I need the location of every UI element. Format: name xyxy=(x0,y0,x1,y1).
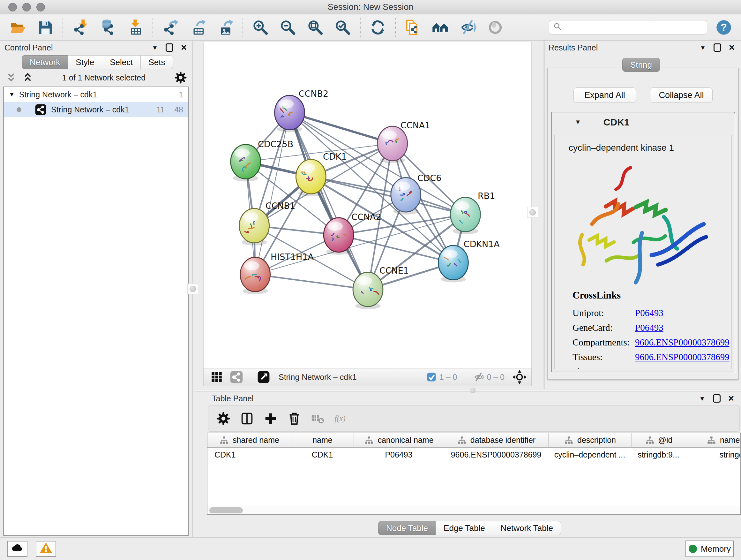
fit-selected-crosshair-icon[interactable] xyxy=(512,370,527,384)
control-panel-float-icon[interactable] xyxy=(165,44,173,52)
crosslink-link[interactable]: P06493 xyxy=(635,322,664,333)
zoom-out-icon[interactable] xyxy=(279,18,297,37)
entry-expander-icon[interactable]: ▼ xyxy=(575,118,581,126)
network-canvas[interactable]: CCNB2CCNA1CDC25BCDK1CDC6RB1CCNB1CCNA2CDK… xyxy=(203,42,532,368)
expand-all-button[interactable]: Expand All xyxy=(574,87,636,103)
collapse-all-button[interactable]: Collapse All xyxy=(650,87,713,103)
first-neighbors-icon[interactable] xyxy=(431,18,449,37)
network-node-RB1[interactable] xyxy=(450,197,480,234)
column-header-namespace[interactable]: namespace xyxy=(686,433,741,447)
zoom-fit-icon[interactable] xyxy=(307,18,324,37)
table-options-gear-icon[interactable] xyxy=(216,411,231,426)
toolbar-separator xyxy=(63,18,63,37)
table-row[interactable]: CDK1CDK1P064939606.ENSP00000378699cyclin… xyxy=(207,448,740,462)
network-selection-status: 1 of 1 Network selected xyxy=(38,73,170,82)
network-options-gear-icon[interactable] xyxy=(174,71,187,84)
column-header-database-identifier[interactable]: database identifier xyxy=(444,433,548,447)
network-tree-row-selected[interactable]: String Network – cdk1 11 48 xyxy=(4,102,188,117)
control-panel-close-icon[interactable]: × xyxy=(181,44,187,52)
crosslink-link[interactable]: P06493 xyxy=(635,308,664,318)
table-panel-collapse-icon[interactable]: ▼ xyxy=(699,395,705,401)
search-box[interactable] xyxy=(549,20,707,35)
results-panel-close-icon[interactable]: × xyxy=(729,44,735,52)
control-panel-collapse-icon[interactable]: ▼ xyxy=(152,45,158,51)
network-node-CCNB2[interactable] xyxy=(275,96,305,132)
network-node-CDC25B[interactable] xyxy=(231,144,261,181)
network-edge-HIST1H1A-CCNE1[interactable] xyxy=(255,274,368,290)
table-panel-float-icon[interactable] xyxy=(713,394,721,402)
save-icon[interactable] xyxy=(37,18,54,37)
column-header-canonical-name[interactable]: canonical name xyxy=(354,433,444,447)
birdseye-grid-icon[interactable] xyxy=(210,370,223,384)
tab-sets[interactable]: Sets xyxy=(140,55,173,69)
network-edge-CCNB2-CCNE1[interactable] xyxy=(289,113,368,290)
export-network-icon[interactable] xyxy=(161,18,179,37)
tab-network[interactable]: Network xyxy=(22,55,68,69)
zoom-in-icon[interactable] xyxy=(252,18,269,37)
network-graph[interactable]: CCNB2CCNA1CDC25BCDK1CDC6RB1CCNB1CCNA2CDK… xyxy=(204,42,531,368)
control-panel-tabs: NetworkStyleSelectSets xyxy=(22,55,192,69)
export-table-icon[interactable] xyxy=(189,18,207,37)
hidden-eye-icon[interactable] xyxy=(473,372,484,382)
gene-entry-header[interactable]: ▼ CDK1 xyxy=(552,112,734,132)
import-network-icon[interactable] xyxy=(71,18,89,37)
import-table-icon[interactable] xyxy=(126,18,144,37)
tab-network-table[interactable]: Network Table xyxy=(493,521,561,535)
open-icon[interactable] xyxy=(9,18,27,37)
network-node-HIST1H1A[interactable] xyxy=(240,257,270,294)
network-node-CDKN1A[interactable] xyxy=(439,246,468,283)
tab-edge-table[interactable]: Edge Table xyxy=(435,521,493,535)
refresh-icon[interactable] xyxy=(369,18,387,37)
add-column-icon[interactable] xyxy=(263,411,278,426)
hide-selection-icon[interactable] xyxy=(459,18,477,37)
selected-checkbox-icon[interactable] xyxy=(426,372,437,382)
node-label-CDC25B: CDC25B xyxy=(258,139,293,149)
table-panel-close-icon[interactable]: × xyxy=(728,395,734,402)
column-header-name[interactable]: name xyxy=(291,433,354,447)
tree-expander-icon[interactable]: ▼ xyxy=(9,91,15,98)
results-scrollbar[interactable] xyxy=(734,113,738,375)
tab-string[interactable]: String xyxy=(622,58,660,72)
network-node-CCNE1[interactable] xyxy=(353,272,383,309)
column-header-shared-name[interactable]: shared name xyxy=(207,433,291,447)
import-database-icon[interactable] xyxy=(99,18,117,37)
scrollbar-thumb[interactable] xyxy=(209,507,243,513)
help-icon[interactable]: ? xyxy=(716,19,732,36)
network-node-CCNA2[interactable] xyxy=(324,218,354,255)
network-edge-CCNB2-HIST1H1A[interactable] xyxy=(255,113,290,274)
warnings-button[interactable] xyxy=(36,541,56,557)
collapse-all-networks-icon[interactable] xyxy=(5,71,17,84)
expand-all-networks-icon[interactable] xyxy=(22,71,34,84)
search-input[interactable] xyxy=(564,23,703,32)
table-horizontal-scrollbar[interactable] xyxy=(207,506,740,514)
network-node-CCNB1[interactable] xyxy=(239,208,269,246)
detach-view-icon[interactable] xyxy=(257,370,270,384)
show-all-icon[interactable] xyxy=(486,18,504,37)
export-image-icon[interactable] xyxy=(216,18,234,37)
right-splitter-handle[interactable] xyxy=(527,207,538,218)
crosslink-link[interactable]: 9606.ENSP00000378699 xyxy=(635,337,730,348)
crosslink-link[interactable]: P06493 xyxy=(635,367,664,369)
tab-style[interactable]: Style xyxy=(68,55,102,69)
network-tree-root-row[interactable]: ▼ String Network – cdk1 1 xyxy=(4,87,188,102)
delete-column-icon[interactable] xyxy=(287,411,301,426)
tab-select[interactable]: Select xyxy=(102,55,141,69)
network-edge-CCNB2-CCNA1[interactable] xyxy=(289,113,392,144)
cloud-button[interactable] xyxy=(7,541,27,557)
results-panel-float-icon[interactable] xyxy=(714,44,721,52)
network-view-toolbar: String Network – cdk1 1 – 0 0 – 0 xyxy=(203,368,532,386)
memory-button[interactable]: Memory xyxy=(685,541,734,557)
table-toolbar: f(x) xyxy=(208,406,740,432)
column-header-description[interactable]: description xyxy=(548,433,631,447)
network-node-CCNA1[interactable] xyxy=(378,126,408,163)
results-panel-collapse-icon[interactable]: ▼ xyxy=(700,45,706,51)
left-splitter-handle[interactable] xyxy=(187,284,198,294)
column-header-@id[interactable]: @id xyxy=(631,433,686,447)
horizontal-divider[interactable] xyxy=(195,389,741,392)
network-share-icon[interactable] xyxy=(230,370,243,384)
crosslink-link[interactable]: 9606.ENSP00000378699 xyxy=(635,352,730,362)
tab-node-table[interactable]: Node Table xyxy=(378,521,436,535)
show-columns-icon[interactable] xyxy=(240,411,254,426)
new-network-from-selection-icon[interactable] xyxy=(404,18,422,37)
zoom-selected-icon[interactable] xyxy=(334,18,352,37)
